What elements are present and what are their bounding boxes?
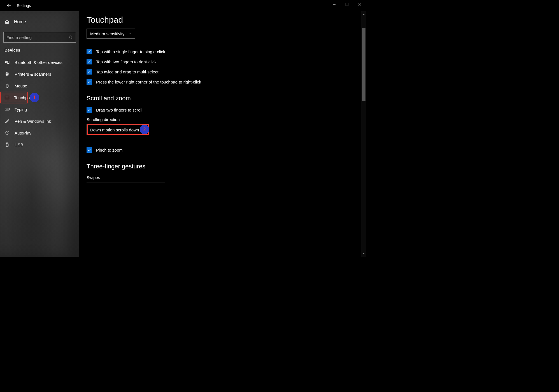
svg-rect-7 (6, 72, 8, 73)
scrolling-direction-value: Down motion scrolls down (90, 127, 139, 132)
svg-rect-3 (5, 62, 7, 63)
scroll-down-button[interactable] (362, 252, 366, 256)
sidebar-category: Devices (0, 48, 79, 56)
pinch-zoom-label: Pinch to zoom (96, 148, 123, 152)
svg-point-5 (8, 63, 8, 63)
scrolling-direction-label: Scrolling direction (87, 117, 359, 122)
annotation-badge-2: 2 (140, 125, 149, 134)
window-title: Settings (17, 3, 31, 8)
pinch-zoom-row: Pinch to zoom (87, 147, 359, 153)
scrollbar-thumb[interactable] (362, 28, 365, 101)
settings-window: Settings Home Devices (0, 0, 366, 257)
vertical-scrollbar[interactable] (361, 11, 366, 257)
sidebar-nav: Bluetooth & other devices Printers & sca… (0, 56, 79, 150)
bluetooth-devices-icon (4, 60, 10, 65)
tap-right-click-checkbox[interactable] (87, 59, 92, 64)
title-bar: Settings (0, 0, 366, 11)
sidebar-item-label: Typing (15, 107, 27, 112)
tap-corner-right-click-label: Press the lower right corner of the touc… (96, 80, 201, 84)
tap-single-click-row: Tap with a single finger to single-click (87, 49, 359, 54)
content-area: Touchpad Medium sensitivity Tap with a s… (79, 11, 366, 257)
tap-corner-right-click-checkbox[interactable] (87, 79, 92, 85)
maximize-button[interactable] (341, 0, 353, 9)
svg-rect-8 (6, 75, 8, 76)
svg-rect-14 (5, 108, 10, 110)
printer-icon (4, 71, 10, 76)
tap-multiselect-label: Tap twice and drag to multi-select (96, 69, 159, 74)
swipes-label: Swipes (87, 175, 359, 180)
tap-multiselect-checkbox[interactable] (87, 69, 92, 75)
window-controls (328, 0, 366, 9)
sidebar-item-autoplay[interactable]: AutoPlay (0, 127, 79, 139)
search-box[interactable] (3, 32, 76, 43)
search-input[interactable] (6, 35, 68, 40)
svg-rect-1 (346, 3, 348, 6)
annotation-badge-1: 1 (30, 93, 39, 102)
sidebar-item-label: USB (15, 142, 23, 147)
svg-rect-6 (6, 73, 9, 75)
sidebar-item-label: Mouse (15, 83, 27, 88)
three-finger-heading: Three-finger gestures (87, 163, 359, 170)
tap-single-click-checkbox[interactable] (87, 49, 92, 54)
autoplay-icon (4, 130, 10, 135)
svg-rect-17 (6, 144, 8, 147)
sidebar: Home Devices Bluetooth & other devices P… (0, 11, 79, 257)
sidebar-item-pen[interactable]: Pen & Windows Ink (0, 115, 79, 127)
tap-right-click-row: Tap with two fingers to right-click (87, 59, 359, 64)
scroll-up-button[interactable] (362, 12, 366, 16)
scroll-zoom-heading: Scroll and zoom (87, 95, 359, 102)
search-icon (68, 35, 73, 40)
tap-multiselect-row: Tap twice and drag to multi-select (87, 69, 359, 75)
sidebar-item-printers[interactable]: Printers & scanners (0, 68, 79, 80)
sidebar-item-bluetooth[interactable]: Bluetooth & other devices (0, 56, 79, 68)
keyboard-icon (4, 107, 10, 112)
sidebar-item-label: Printers & scanners (15, 72, 51, 76)
back-button[interactable] (6, 2, 12, 9)
pinch-zoom-checkbox[interactable] (87, 147, 92, 153)
sidebar-item-label: Pen & Windows Ink (15, 119, 51, 124)
tap-single-click-label: Tap with a single finger to single-click (96, 49, 165, 54)
close-button[interactable] (353, 0, 366, 9)
sidebar-home[interactable]: Home (0, 15, 79, 29)
drag-two-fingers-row: Drag two fingers to scroll (87, 107, 359, 113)
svg-point-2 (69, 36, 71, 38)
home-icon (4, 19, 10, 24)
window-body: Home Devices Bluetooth & other devices P… (0, 11, 366, 257)
sensitivity-dropdown[interactable]: Medium sensitivity (87, 29, 135, 39)
drag-two-fingers-label: Drag two fingers to scroll (96, 108, 142, 112)
sidebar-item-label: AutoPlay (15, 131, 31, 135)
tap-right-click-label: Tap with two fingers to right-click (96, 59, 157, 64)
sidebar-item-typing[interactable]: Typing (0, 103, 79, 115)
mouse-icon (4, 83, 10, 88)
svg-rect-16 (6, 143, 8, 144)
home-label: Home (14, 19, 26, 24)
chevron-down-icon (128, 32, 131, 35)
sidebar-item-label: Bluetooth & other devices (15, 60, 62, 65)
sidebar-item-mouse[interactable]: Mouse (0, 80, 79, 92)
usb-icon (4, 142, 10, 147)
pen-icon (4, 119, 10, 124)
sidebar-item-usb[interactable]: USB (0, 139, 79, 150)
drag-two-fingers-checkbox[interactable] (87, 107, 92, 113)
page-title: Touchpad (87, 15, 359, 25)
minimize-button[interactable] (328, 0, 341, 9)
sensitivity-value: Medium sensitivity (90, 31, 125, 36)
tap-corner-right-click-row: Press the lower right corner of the touc… (87, 79, 359, 85)
touchpad-icon (4, 95, 10, 100)
sidebar-item-touchpad[interactable]: Touchpad 1 (0, 92, 28, 103)
